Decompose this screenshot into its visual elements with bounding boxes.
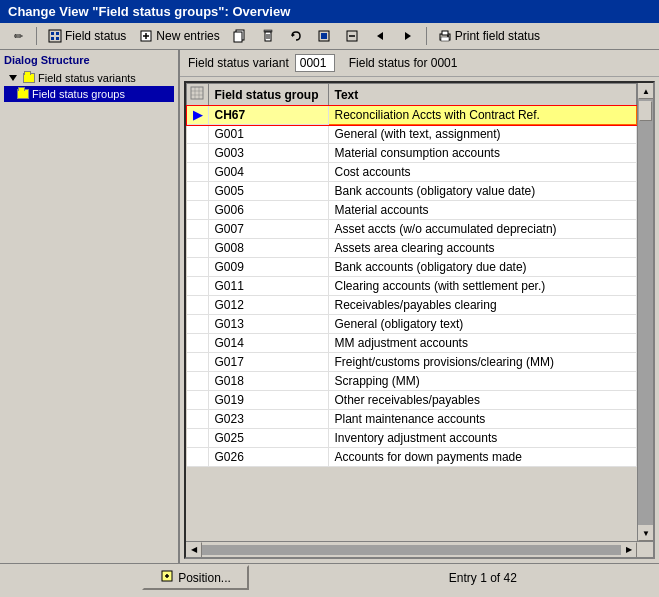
row-group: G008 <box>208 239 328 258</box>
field-status-icon <box>47 28 63 44</box>
table-row[interactable]: G014MM adjustment accounts <box>187 334 637 353</box>
field-status-button[interactable]: Field status <box>43 26 130 46</box>
svg-rect-0 <box>49 30 61 42</box>
select-all-button[interactable] <box>312 26 336 46</box>
row-group: G009 <box>208 258 328 277</box>
table-row[interactable]: G005Bank accounts (obligatory value date… <box>187 182 637 201</box>
scroll-right-button[interactable]: ▶ <box>621 542 637 558</box>
next-page-button[interactable] <box>396 26 420 46</box>
table-row[interactable]: G007Asset accts (w/o accumulated depreci… <box>187 220 637 239</box>
row-text: Bank accounts (obligatory due date) <box>328 258 637 277</box>
row-group: CH67 <box>208 106 328 125</box>
table-row[interactable]: G013General (obligatory text) <box>187 315 637 334</box>
scroll-track[interactable] <box>638 99 653 525</box>
table-row[interactable]: G017Freight/customs provisions/clearing … <box>187 353 637 372</box>
row-selector <box>187 429 209 448</box>
table-row[interactable]: G019Other receivables/payables <box>187 391 637 410</box>
row-text: Asset accts (w/o accumulated depreciatn) <box>328 220 637 239</box>
scroll-thumb[interactable] <box>639 101 652 121</box>
row-selector <box>187 125 209 144</box>
row-group: G025 <box>208 429 328 448</box>
groups-label: Field status groups <box>32 88 125 100</box>
table-row[interactable]: G003Material consumption accounts <box>187 144 637 163</box>
window-title: Change View "Field status groups": Overv… <box>8 4 290 19</box>
table-row[interactable]: G012Receivables/payables clearing <box>187 296 637 315</box>
horizontal-scrollbar[interactable]: ◀ ▶ <box>186 541 653 557</box>
table-with-vscroll: Field status group Text ▶CH67Reconciliat… <box>186 83 653 541</box>
table-row[interactable]: G009Bank accounts (obligatory due date) <box>187 258 637 277</box>
table-row[interactable]: ▶CH67Reconciliation Accts with Contract … <box>187 106 637 125</box>
row-text: Cost accounts <box>328 163 637 182</box>
table-row[interactable]: G011Clearing accounts (with settlement p… <box>187 277 637 296</box>
row-selector <box>187 182 209 201</box>
print-icon <box>437 28 453 44</box>
data-table: Field status group Text ▶CH67Reconciliat… <box>186 83 637 467</box>
scroll-down-button[interactable]: ▼ <box>638 525 653 541</box>
table-row[interactable]: G004Cost accounts <box>187 163 637 182</box>
table-row[interactable]: G006Material accounts <box>187 201 637 220</box>
sidebar-item-field-status-groups[interactable]: Field status groups <box>4 86 174 102</box>
content-area: Field status variant Field status for 00… <box>180 50 659 563</box>
table-row[interactable]: G023Plant maintenance accounts <box>187 410 637 429</box>
bottom-bar: Position... Entry 1 of 42 <box>0 563 659 591</box>
col-group-header: Field status group <box>208 84 328 106</box>
row-group: G011 <box>208 277 328 296</box>
table-row[interactable]: G008Assets area clearing accounts <box>187 239 637 258</box>
position-label: Position... <box>178 571 231 585</box>
row-text: Material consumption accounts <box>328 144 637 163</box>
new-entries-button[interactable]: New entries <box>134 26 223 46</box>
variant-input[interactable] <box>295 54 335 72</box>
prev-page-button[interactable] <box>368 26 392 46</box>
row-group: G004 <box>208 163 328 182</box>
sidebar-item-field-status-variants[interactable]: Field status variants <box>4 70 174 86</box>
row-selector <box>187 277 209 296</box>
row-selector <box>187 239 209 258</box>
row-selector <box>187 410 209 429</box>
dialog-structure-title: Dialog Structure <box>4 54 174 66</box>
undo-button[interactable] <box>284 26 308 46</box>
delete-icon <box>260 28 276 44</box>
position-button[interactable]: Position... <box>142 565 249 590</box>
row-selector <box>187 220 209 239</box>
copy-icon <box>232 28 248 44</box>
row-group: G019 <box>208 391 328 410</box>
select-all-icon <box>316 28 332 44</box>
row-text: Accounts for down payments made <box>328 448 637 467</box>
field-status-label: Field status <box>65 29 126 43</box>
row-group: G006 <box>208 201 328 220</box>
print-field-status-button[interactable]: Print field status <box>433 26 544 46</box>
variant-status: Field status for 0001 <box>349 56 458 70</box>
pencil-icon <box>10 28 26 44</box>
table-row[interactable]: G026Accounts for down payments made <box>187 448 637 467</box>
row-group: G005 <box>208 182 328 201</box>
deselect-button[interactable] <box>340 26 364 46</box>
svg-rect-22 <box>442 31 448 35</box>
toolbar-sep-1 <box>36 27 37 45</box>
delete-button[interactable] <box>256 26 280 46</box>
row-text: Inventory adjustment accounts <box>328 429 637 448</box>
svg-rect-23 <box>441 37 449 41</box>
table-row[interactable]: G025Inventory adjustment accounts <box>187 429 637 448</box>
row-group: G001 <box>208 125 328 144</box>
next-icon <box>400 28 416 44</box>
scroll-up-button[interactable]: ▲ <box>638 83 653 99</box>
copy-button[interactable] <box>228 26 252 46</box>
row-selector <box>187 372 209 391</box>
variant-label: Field status variant <box>188 56 289 70</box>
row-selector <box>187 353 209 372</box>
row-text: General (with text, assignment) <box>328 125 637 144</box>
table-main[interactable]: Field status group Text ▶CH67Reconciliat… <box>186 83 637 541</box>
svg-rect-4 <box>56 37 59 40</box>
vertical-scrollbar[interactable]: ▲ ▼ <box>637 83 653 541</box>
row-text: Clearing accounts (with settlement per.) <box>328 277 637 296</box>
prev-icon <box>372 28 388 44</box>
edit-button[interactable] <box>6 26 30 46</box>
scroll-left-button[interactable]: ◀ <box>186 542 202 558</box>
table-row[interactable]: G018Scrapping (MM) <box>187 372 637 391</box>
hscroll-track[interactable] <box>202 545 621 555</box>
row-selector <box>187 258 209 277</box>
table-row[interactable]: G001General (with text, assignment) <box>187 125 637 144</box>
col-text-header: Text <box>328 84 637 106</box>
row-selector <box>187 201 209 220</box>
svg-marker-20 <box>405 32 411 40</box>
